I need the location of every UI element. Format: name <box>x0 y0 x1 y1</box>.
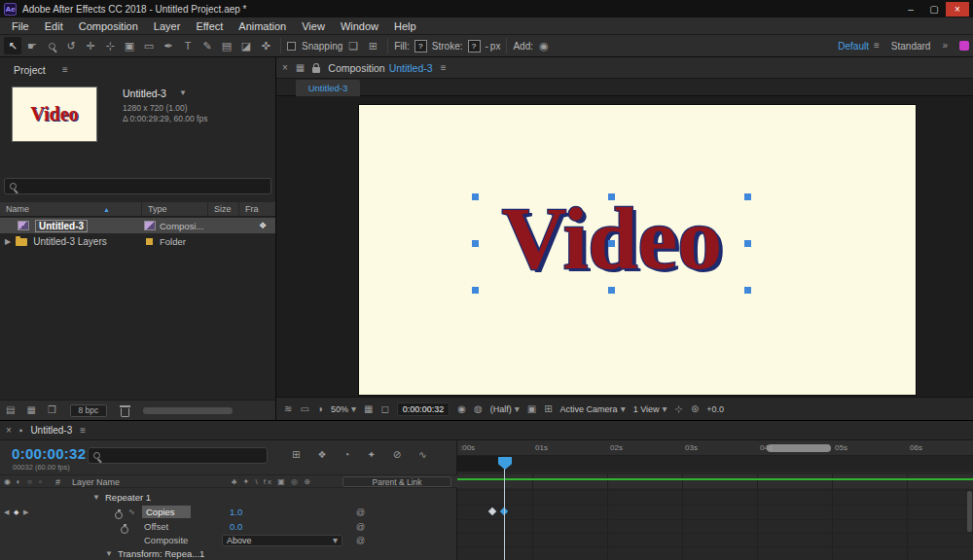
row-offset[interactable]: Offset 0.0 @ <box>0 519 457 534</box>
snapping-checkbox[interactable] <box>287 42 296 51</box>
column-size[interactable]: Size <box>208 202 239 216</box>
twirl-down-icon[interactable]: ▼ <box>92 494 100 502</box>
time-ruler[interactable]: :00s 01s 02s 03s 04s 05s 06s <box>457 440 973 456</box>
selection-handle[interactable] <box>608 193 615 200</box>
column-frames[interactable]: Fra <box>239 202 275 216</box>
switches-column[interactable]: ♣ ✦ \ fx ▣ ◎ ⊕ <box>232 477 312 486</box>
grid-guides-icon[interactable]: ▦ <box>364 404 373 414</box>
twirl-right-icon[interactable]: ▶ <box>5 238 11 246</box>
shape-tool-icon[interactable]: ▭ <box>140 37 158 54</box>
trash-icon[interactable] <box>121 408 129 417</box>
hand-tool-icon[interactable]: ☛ <box>23 37 41 54</box>
property-value-copies[interactable]: 1.0 <box>230 507 242 517</box>
zoom-tool-icon[interactable] <box>43 37 60 54</box>
selection-handle[interactable] <box>472 287 479 294</box>
menu-item-help[interactable]: Help <box>386 20 424 32</box>
timeline-tab-label[interactable]: Untitled-3 <box>30 425 72 436</box>
parent-link-column[interactable]: Parent & Link <box>342 476 451 487</box>
project-row-composition[interactable]: Untitled-3 Composi... ❖ <box>0 218 275 233</box>
interpret-footage-icon[interactable]: ▤ <box>6 405 15 415</box>
selection-handle[interactable] <box>744 193 751 200</box>
wireframe-icon[interactable]: ⊹ <box>675 404 683 414</box>
item-caret-icon[interactable]: ▼ <box>179 89 187 97</box>
workspace-default[interactable]: Default <box>838 41 869 52</box>
flowchart-icon[interactable]: ≋ <box>284 404 292 414</box>
eye-icon[interactable]: ◉ <box>4 478 11 486</box>
property-label-offset[interactable]: Offset <box>144 521 168 532</box>
property-label-copies[interactable]: Copies <box>142 506 191 518</box>
row-repeater[interactable]: ▼ Repeater 1 <box>0 490 457 505</box>
snap-shape-icon[interactable]: ❏ <box>344 37 362 54</box>
motion-blur-icon[interactable]: ✦ <box>367 450 375 460</box>
overflow-chevron-icon[interactable]: » <box>942 41 948 51</box>
work-area-start[interactable] <box>457 456 502 472</box>
monitor-icon[interactable]: ▭ <box>300 404 308 414</box>
lock-column-icon[interactable]: ▫ <box>39 478 42 486</box>
close-button[interactable]: × <box>946 2 969 17</box>
tab-project[interactable]: Project <box>14 64 46 76</box>
selection-tool-icon[interactable]: ↖ <box>4 37 21 54</box>
tab-composition-prefix[interactable]: Composition <box>328 62 384 74</box>
bpc-button[interactable]: 8 bpc <box>70 404 107 417</box>
column-name[interactable]: Name ▲ <box>0 202 142 216</box>
pickwhip-icon[interactable]: @ <box>356 522 365 532</box>
project-row-folder[interactable]: ▶ Untitled-3 Layers Folder <box>0 234 275 249</box>
work-area-band[interactable] <box>457 456 973 472</box>
composition-viewer[interactable]: Video <box>276 96 973 397</box>
sync-settings-icon[interactable] <box>959 41 969 51</box>
stroke-width-value[interactable]: - <box>486 41 488 52</box>
clone-stamp-tool-icon[interactable]: ▤ <box>218 37 235 54</box>
eraser-tool-icon[interactable]: ◪ <box>237 37 255 54</box>
anchor-point-handle[interactable] <box>608 240 615 247</box>
panel-menu-icon[interactable]: ≡ <box>62 65 68 75</box>
keyframe-diamond[interactable] <box>488 508 496 515</box>
menu-item-file[interactable]: File <box>4 20 37 32</box>
horizontal-scrollbar[interactable] <box>143 407 233 414</box>
snap-grid-icon[interactable]: ⊞ <box>364 37 381 54</box>
lock-icon[interactable] <box>312 67 320 73</box>
selection-handle[interactable] <box>472 240 479 247</box>
prev-keyframe-icon[interactable]: ◀ <box>4 508 9 515</box>
fast-previews-icon[interactable]: ⊛ <box>691 404 699 414</box>
stroke-swatch[interactable]: ? <box>468 40 481 52</box>
brush-tool-icon[interactable]: ✎ <box>198 37 216 54</box>
row-composite[interactable]: Composite Above ▾ @ <box>0 533 457 547</box>
next-keyframe-icon[interactable]: ▶ <box>23 508 28 515</box>
resolution-select[interactable]: (Half) ▾ <box>490 404 520 414</box>
add-keyframe-icon[interactable]: ◆ <box>14 508 18 516</box>
menu-item-view[interactable]: View <box>294 20 333 32</box>
brainstorm-icon[interactable]: ⊘ <box>393 450 401 460</box>
subtab-untitled-3[interactable]: Untitled-3 <box>296 80 360 96</box>
timeline-search-input[interactable] <box>88 447 268 464</box>
vertical-scrollbar[interactable] <box>967 491 972 532</box>
menu-item-effect[interactable]: Effect <box>188 20 231 32</box>
exposure-value[interactable]: +0.0 <box>706 404 724 414</box>
dolly-tool-icon[interactable]: ⊹ <box>101 37 119 54</box>
menu-item-animation[interactable]: Animation <box>231 20 294 32</box>
new-composition-icon[interactable]: ❒ <box>48 405 56 415</box>
time-navigator-handle[interactable] <box>767 444 831 452</box>
close-panel-icon[interactable]: × <box>282 63 288 73</box>
panel-menu-icon[interactable]: ≡ <box>441 63 447 73</box>
fill-swatch[interactable]: ? <box>414 40 427 52</box>
tab-composition-name[interactable]: Untitled-3 <box>389 62 433 74</box>
layer-name-column[interactable]: Layer Name <box>72 477 120 487</box>
view-layout-select[interactable]: 1 View ▾ <box>633 404 667 414</box>
workspace-standard[interactable]: Standard <box>891 41 931 52</box>
project-row-name[interactable]: Untitled-3 <box>35 220 88 232</box>
index-column[interactable]: # <box>55 477 60 487</box>
workspace-menu-icon[interactable]: ≡ <box>874 41 880 51</box>
project-search-input[interactable] <box>4 178 271 194</box>
shy-icon[interactable]: ❖ <box>317 450 326 460</box>
camera-select[interactable]: Active Camera ▾ <box>560 404 626 414</box>
channels-icon[interactable]: ◑ <box>317 404 323 414</box>
pickwhip-icon[interactable]: @ <box>356 508 365 517</box>
row-label[interactable]: Transform: Repea...1 <box>118 548 204 559</box>
graph-editor-icon[interactable]: ∿ <box>418 450 426 460</box>
orbit-tool-icon[interactable]: ↺ <box>62 37 80 54</box>
pan-tool-icon[interactable]: ✛ <box>82 37 99 54</box>
current-timecode[interactable]: 0:00:00:32 <box>12 445 86 462</box>
graph-icon[interactable]: ∿ <box>128 508 135 516</box>
row-transform[interactable]: ▼ Transform: Repea...1 <box>0 546 457 560</box>
selection-handle[interactable] <box>744 240 751 247</box>
